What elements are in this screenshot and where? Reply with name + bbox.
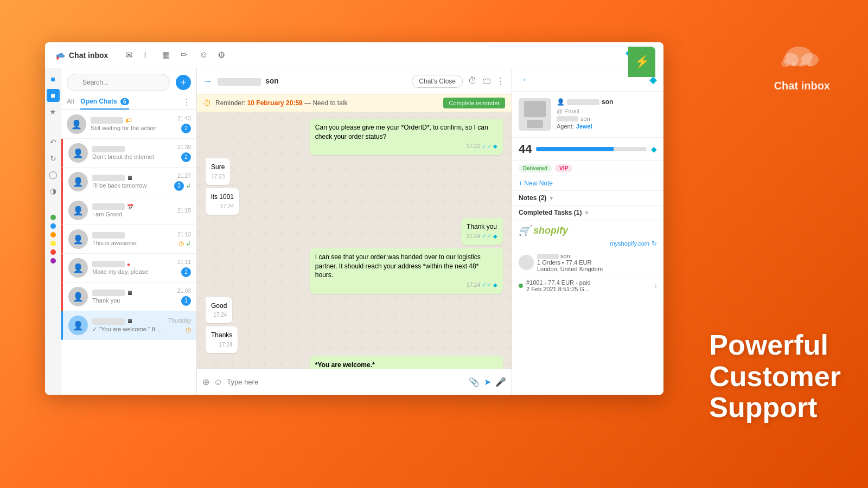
nav-clock-icon[interactable]: ◯ xyxy=(47,168,60,181)
nav-dot-blue xyxy=(50,223,56,229)
chat-item[interactable]: 👤 This is awesome 21:13 ◷ ↲ xyxy=(61,225,196,254)
nav-dot-red xyxy=(50,249,56,255)
message-meta: 17:23 xyxy=(211,173,225,181)
tab-all[interactable]: All xyxy=(67,94,74,110)
nav-back-icon[interactable]: ↶ xyxy=(47,136,60,149)
diamond-msg-icon: ◆ xyxy=(493,281,497,289)
chat-input-area: ⊕ ☺ 📎 ➤ 🎤 xyxy=(197,369,512,395)
chat-preview: Make my day, please xyxy=(92,268,173,275)
diamond-msg-icon: ◆ xyxy=(493,233,497,240)
chat-inbox-promo: Chat inbox xyxy=(774,44,830,92)
app-body: ■ ■ ★ ↶ ↻ ◯ ◑ 🔍 + xyxy=(45,68,663,395)
search-input[interactable] xyxy=(67,74,170,91)
chat-name: 🏷 xyxy=(91,117,173,124)
chat-preview: Don't break the internet xyxy=(92,153,173,160)
chat-item-active[interactable]: 👤 🖥 ✓ "You are welcome." If there's an..… xyxy=(61,311,196,340)
message-meta: 17:24 xyxy=(211,203,234,210)
person-small-icon: 👤 xyxy=(557,98,565,106)
chat-header: → son Chat's Close ⏱ 🗃 ⋮ xyxy=(197,68,512,94)
chat-meta: 21:11 2 xyxy=(177,259,191,277)
message-bubble: Thank you 17:24 ✓✓ ◆ xyxy=(461,218,503,245)
powerful-line1: Powerful xyxy=(709,330,841,361)
chart-icon[interactable]: ▦ xyxy=(162,50,173,61)
contact-name-suffix: son xyxy=(602,98,613,106)
nav-group-icon[interactable]: ◑ xyxy=(47,184,60,197)
chevron-down-small-icon: ▼ xyxy=(584,210,589,216)
chat-item[interactable]: 👤 📅 I am Grood 21:15 xyxy=(61,196,196,225)
more-icon[interactable]: ⋮ xyxy=(496,76,505,86)
message-bubble: Can you please give me your *OrderID*, t… xyxy=(310,119,503,155)
avatar: 👤 xyxy=(68,172,88,191)
emoji-icon[interactable]: ☺ xyxy=(214,377,222,387)
nav-refresh-icon[interactable]: ↻ xyxy=(47,152,60,165)
powerful-line2: Customer xyxy=(709,361,841,392)
chat-name: 🖥 xyxy=(92,175,170,181)
reminder-text: Reminder: 10 February 20:59 — Need to ta… xyxy=(215,99,439,107)
tag-delivered[interactable]: Delivered xyxy=(519,164,552,172)
settings-icon[interactable]: ⚙ xyxy=(218,50,228,61)
svg-rect-4 xyxy=(524,101,546,117)
tabs-more-icon[interactable]: ⋮ xyxy=(182,97,191,107)
inbox-icon[interactable]: ✉ xyxy=(125,50,136,61)
left-nav: ■ ■ ★ ↶ ↻ ◯ ◑ xyxy=(45,68,61,395)
chat-info: ● Make my day, please xyxy=(92,261,173,275)
close-chat-button[interactable]: Chat's Close xyxy=(412,75,463,88)
nav-dot-yellow xyxy=(50,241,56,246)
chat-preview: Thank you xyxy=(92,297,173,304)
message-text: Can you please give me your *OrderID*, t… xyxy=(315,124,488,140)
add-attachment-icon[interactable]: ⊕ xyxy=(202,377,209,387)
avatar: 👤 xyxy=(67,114,86,134)
chat-name: ● xyxy=(92,261,173,267)
avatar: 👤 xyxy=(68,316,88,335)
score-number: 44 xyxy=(519,142,532,156)
back-arrow-icon[interactable]: → xyxy=(203,76,212,86)
archive-icon[interactable]: 🗃 xyxy=(482,76,491,86)
chat-meta: 21:15 xyxy=(177,208,191,214)
panel-arrow-icon: → xyxy=(519,75,527,85)
chat-preview: This is awesome xyxy=(92,240,173,246)
clock-badge-icon: ◷ xyxy=(186,326,191,333)
avatar: 👤 xyxy=(68,201,88,220)
chat-item[interactable]: 👤 🏷 Still waiting for the action 21:43 2 xyxy=(61,110,196,139)
chat-name: 🖥 xyxy=(92,290,173,296)
agent-name: Jewel xyxy=(576,123,592,130)
nav-chat-icon[interactable]: ■ xyxy=(47,73,60,86)
grid-icon[interactable]: ⁝ xyxy=(144,50,155,61)
cloud-logo-icon xyxy=(54,51,66,60)
check-icon: ✓✓ xyxy=(482,281,492,289)
chat-info: 🖥 Thank you xyxy=(92,290,173,304)
complete-reminder-button[interactable]: Complete reminder xyxy=(443,98,505,108)
alarm-icon[interactable]: ⏱ xyxy=(468,76,477,86)
chat-items-list: 👤 🏷 Still waiting for the action 21:43 2 xyxy=(61,110,196,395)
message-bubble: Sure 17:23 xyxy=(206,158,230,185)
message-bubble: its 1001 17:24 xyxy=(206,188,239,215)
avatar: 👤 xyxy=(68,258,88,278)
paperclip-icon[interactable]: 📎 xyxy=(469,377,480,387)
header-title: Chat inbox xyxy=(69,51,108,60)
chat-input[interactable] xyxy=(227,378,464,386)
chat-info: 🖥 I'll be back tomorrow xyxy=(92,175,170,189)
nav-star-icon[interactable]: ★ xyxy=(47,105,60,118)
tab-open-chats[interactable]: Open Chats 6 xyxy=(80,94,129,110)
chat-item[interactable]: 👤 🖥 I'll be back tomorrow 21:27 3 ↲ xyxy=(61,168,196,196)
completed-tasks-label: Completed Tasks (1) xyxy=(519,209,582,216)
svg-point-10 xyxy=(792,62,796,67)
chat-item[interactable]: 👤 ● Make my day, please 21:11 2 xyxy=(61,254,196,282)
mic-icon[interactable]: 🎤 xyxy=(495,377,506,387)
nav-active-icon[interactable]: ■ xyxy=(47,89,60,102)
chat-header-icons: ⏱ 🗃 ⋮ xyxy=(468,76,505,86)
tag-vip[interactable]: VIP xyxy=(555,164,572,172)
person-icon[interactable]: ☺ xyxy=(199,50,210,61)
chevron-down-icon[interactable]: ▼ xyxy=(548,195,554,201)
chat-preview: ✓ "You are welcome." If there's an... xyxy=(92,326,164,333)
svg-point-9 xyxy=(781,60,790,67)
add-chat-button[interactable]: + xyxy=(176,75,191,90)
chat-info: 📅 I am Grood xyxy=(92,203,173,217)
order-avatar-img xyxy=(519,255,534,270)
chat-search-area: 🔍 + xyxy=(61,68,196,94)
chat-item[interactable]: 👤 Don't break the internet 21:39 2 xyxy=(61,139,196,168)
send-icon[interactable]: ➤ xyxy=(484,377,491,387)
chat-info: 🏷 Still waiting for the action xyxy=(91,117,173,131)
chat-item[interactable]: 👤 🖥 Thank you 21:03 1 xyxy=(61,282,196,311)
edit-icon[interactable]: ✏ xyxy=(181,50,192,61)
